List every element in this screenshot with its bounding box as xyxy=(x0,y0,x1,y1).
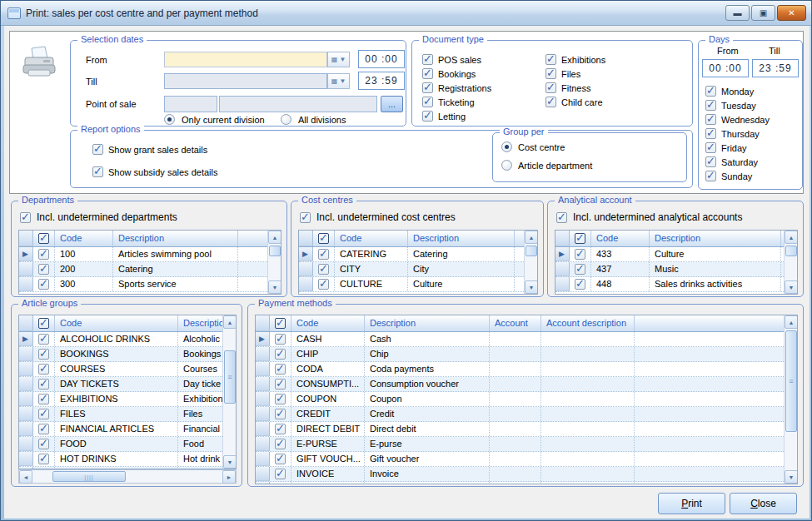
table-row[interactable]: GIFT VOUCH...Gift voucher xyxy=(256,452,784,467)
table-row[interactable]: COURSESCourses xyxy=(19,362,222,377)
row-checkbox-icon[interactable] xyxy=(275,349,286,360)
checkbox-item[interactable]: Letting xyxy=(422,109,491,123)
row-selector[interactable] xyxy=(19,377,33,391)
table-row[interactable]: CREDITCredit xyxy=(256,407,784,422)
pos-name-input[interactable] xyxy=(219,96,377,112)
checkbox-item[interactable]: Saturday xyxy=(705,155,770,169)
row-checkbox-icon[interactable] xyxy=(575,249,585,260)
table-row[interactable]: 300Sports service xyxy=(19,277,267,292)
radio-all-divisions[interactable]: All divisions xyxy=(281,114,346,125)
row-selector[interactable]: ▶ xyxy=(19,332,33,346)
row-selector[interactable] xyxy=(256,482,270,484)
row-checkbox-cell[interactable] xyxy=(33,407,55,421)
checkbox-icon[interactable] xyxy=(545,54,556,65)
checkbox-icon[interactable] xyxy=(545,82,556,93)
include-undetermined-analytical-accounts[interactable]: Incl. undetermined analytical accounts xyxy=(556,211,742,223)
scroll-down-icon[interactable]: ▼ xyxy=(268,280,281,294)
column-header[interactable]: Code xyxy=(55,231,113,246)
checkbox-icon[interactable] xyxy=(545,97,556,107)
include-undetermined-cost-centres[interactable]: Incl. undetermined cost centres xyxy=(300,211,456,223)
table-row[interactable]: DAY TICKETSDay ticke xyxy=(19,377,222,392)
row-checkbox-icon[interactable] xyxy=(38,264,49,275)
from-time-input[interactable]: 00 :00 xyxy=(358,50,405,68)
select-all-checkbox-icon[interactable] xyxy=(38,318,49,329)
till-date-input[interactable] xyxy=(164,73,327,89)
row-checkbox-icon[interactable] xyxy=(275,469,286,479)
radio-unselected-icon[interactable] xyxy=(501,160,512,171)
row-checkbox-icon[interactable] xyxy=(38,424,49,434)
checkbox-icon[interactable] xyxy=(705,114,716,125)
vertical-scrollbar[interactable]: ▲▼ xyxy=(267,231,281,294)
checkbox-icon[interactable] xyxy=(92,166,103,177)
row-selector[interactable]: ▶ xyxy=(19,247,33,261)
row-checkbox-icon[interactable] xyxy=(275,364,286,375)
checkbox-item[interactable]: Registrations xyxy=(422,81,491,95)
row-checkbox-cell[interactable] xyxy=(313,277,335,291)
vertical-scrollbar[interactable]: ▲▼ xyxy=(784,231,797,294)
checkbox-item[interactable]: Exhibitions xyxy=(545,52,605,67)
table-row[interactable]: CHIPChip xyxy=(256,347,784,362)
row-selector[interactable] xyxy=(299,277,313,291)
header-checkbox-cell[interactable] xyxy=(570,231,591,246)
scrollbar-thumb[interactable] xyxy=(224,350,236,404)
row-checkbox-cell[interactable] xyxy=(270,332,291,346)
row-checkbox-cell[interactable] xyxy=(570,247,591,261)
row-checkbox-icon[interactable] xyxy=(38,349,49,360)
pos-browse-button[interactable]: ... xyxy=(381,96,403,112)
row-checkbox-cell[interactable] xyxy=(270,407,291,421)
vertical-scrollbar[interactable]: ▲▼ xyxy=(784,315,797,484)
row-checkbox-cell[interactable] xyxy=(313,262,335,276)
row-selector[interactable] xyxy=(299,262,313,276)
row-checkbox-cell[interactable] xyxy=(270,437,291,451)
scrollbar-thumb[interactable] xyxy=(785,246,797,256)
select-all-checkbox-icon[interactable] xyxy=(275,318,286,329)
row-checkbox-cell[interactable] xyxy=(570,262,591,276)
checkbox-icon[interactable] xyxy=(422,54,433,65)
vertical-scrollbar[interactable]: ▲▼ xyxy=(524,231,537,294)
days-till-time-input[interactable]: 23 :59 xyxy=(752,59,799,77)
row-selector[interactable] xyxy=(256,392,270,406)
checkbox-icon[interactable] xyxy=(705,86,716,97)
close-dialog-button[interactable]: Close xyxy=(730,493,797,514)
radio-selected-icon[interactable] xyxy=(164,114,175,125)
row-checkbox-icon[interactable] xyxy=(575,264,585,275)
table-row[interactable]: ▶433Culture xyxy=(555,247,784,262)
column-header[interactable]: Code xyxy=(291,315,365,331)
row-selector[interactable]: ▶ xyxy=(256,332,270,346)
scroll-up-icon[interactable]: ▲ xyxy=(525,231,538,244)
print-button[interactable]: Print xyxy=(658,493,725,514)
radio-article-department[interactable]: Article department xyxy=(501,160,592,171)
row-selector[interactable] xyxy=(19,392,33,406)
table-row[interactable]: INVOICEInvoice xyxy=(256,467,784,482)
maximize-button[interactable]: ▣ xyxy=(751,5,775,21)
table-row[interactable]: LOYALTY CA...Loyalty card xyxy=(256,482,784,484)
scroll-up-icon[interactable]: ▲ xyxy=(223,315,237,329)
row-selector[interactable]: ▶ xyxy=(555,247,570,261)
checkbox-item[interactable]: Tuesday xyxy=(705,98,770,112)
checkbox-item[interactable]: Wednesday xyxy=(705,112,770,127)
row-checkbox-icon[interactable] xyxy=(275,424,286,434)
row-selector[interactable] xyxy=(256,422,270,436)
header-checkbox-cell[interactable] xyxy=(33,315,55,331)
scroll-right-icon[interactable]: ► xyxy=(222,470,236,484)
radio-selected-icon[interactable] xyxy=(501,141,512,152)
header-checkbox-cell[interactable] xyxy=(270,315,291,331)
row-checkbox-icon[interactable] xyxy=(275,439,286,449)
till-time-input[interactable]: 23 :59 xyxy=(358,72,405,90)
checkbox-icon[interactable] xyxy=(422,68,433,79)
checkbox-icon[interactable] xyxy=(422,111,433,122)
checkbox-item[interactable]: Show grant sales details xyxy=(92,142,217,156)
row-checkbox-cell[interactable] xyxy=(33,377,55,391)
column-header[interactable]: Description xyxy=(408,231,515,246)
from-date-input[interactable] xyxy=(164,52,327,67)
row-checkbox-cell[interactable] xyxy=(33,422,55,436)
row-checkbox-cell[interactable] xyxy=(270,362,291,376)
row-checkbox-icon[interactable] xyxy=(275,394,286,404)
checkbox-item[interactable]: Sunday xyxy=(705,169,770,183)
row-checkbox-icon[interactable] xyxy=(275,484,286,484)
row-checkbox-icon[interactable] xyxy=(318,249,329,260)
row-checkbox-icon[interactable] xyxy=(275,334,286,345)
row-checkbox-icon[interactable] xyxy=(38,439,49,449)
table-row[interactable]: CITYCity xyxy=(299,262,524,277)
table-row[interactable]: E-PURSEE-purse xyxy=(256,437,784,452)
